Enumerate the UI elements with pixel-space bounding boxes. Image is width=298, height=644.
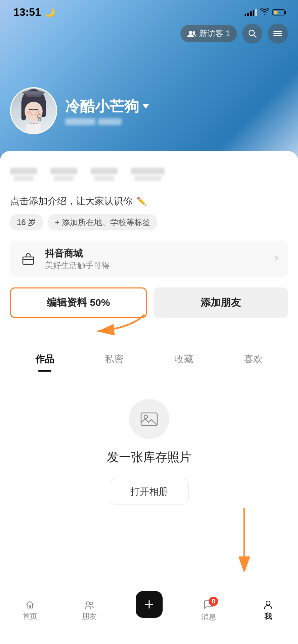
empty-state: 发一张库存照片 打开相册 bbox=[10, 372, 288, 525]
tab-works[interactable]: 作品 bbox=[10, 345, 80, 372]
wifi-icon bbox=[260, 8, 269, 17]
age-tag: 16 岁 bbox=[10, 214, 43, 230]
nav-me[interactable]: 我 bbox=[239, 600, 298, 622]
nav-home-label: 首页 bbox=[23, 611, 37, 622]
svg-point-11 bbox=[23, 91, 45, 95]
bottom-arrow-area bbox=[10, 525, 288, 592]
annotation-arrow bbox=[71, 311, 171, 338]
tab-private[interactable]: 私密 bbox=[80, 345, 149, 372]
svg-point-2 bbox=[249, 30, 254, 36]
visitor-label: 新访客 1 bbox=[199, 28, 230, 39]
user-id-blur bbox=[65, 118, 95, 125]
nav-add[interactable]: + bbox=[119, 591, 179, 631]
gallery-icon bbox=[140, 410, 159, 428]
avatar[interactable] bbox=[10, 87, 57, 134]
bottom-nav: 首页 朋友 + 8 消息 我 bbox=[0, 584, 298, 644]
svg-rect-24 bbox=[141, 413, 157, 426]
bio-row: 点击添加介绍，让大家认识你 ✏️ bbox=[10, 195, 288, 208]
username: 冷酷小芒狗 bbox=[65, 97, 149, 116]
profile-header: 新访客 1 bbox=[0, 0, 298, 161]
svg-point-25 bbox=[144, 415, 147, 419]
svg-line-3 bbox=[254, 35, 256, 38]
stat-likes bbox=[91, 168, 118, 181]
signal-icon bbox=[245, 9, 257, 16]
svg-rect-21 bbox=[23, 257, 34, 264]
visitor-button[interactable]: 新访客 1 bbox=[180, 25, 237, 42]
nav-home[interactable]: 首页 bbox=[0, 600, 59, 622]
nav-messages[interactable]: 8 消息 bbox=[179, 599, 238, 622]
moon-icon: 🌙 bbox=[44, 7, 55, 17]
svg-point-14 bbox=[36, 111, 41, 114]
svg-point-28 bbox=[86, 602, 90, 605]
svg-point-13 bbox=[27, 111, 32, 114]
tags-row: 16 岁 + 添加所在地、学校等标签 bbox=[10, 214, 288, 230]
messages-badge-wrap: 8 bbox=[204, 599, 213, 610]
svg-point-0 bbox=[189, 31, 192, 34]
svg-rect-18 bbox=[26, 123, 41, 133]
empty-icon-wrap bbox=[129, 399, 169, 439]
stat-followers bbox=[50, 168, 77, 181]
empty-title: 发一张库存照片 bbox=[107, 449, 191, 466]
tab-favorites[interactable]: 收藏 bbox=[149, 345, 219, 372]
top-actions: 新访客 1 bbox=[180, 23, 288, 44]
status-bar: 13:51 🌙 bbox=[0, 0, 298, 22]
user-info-row: 冷酷小芒狗 bbox=[10, 87, 149, 134]
add-tag-button[interactable]: + 添加所在地、学校等标签 bbox=[48, 214, 157, 230]
status-icons bbox=[245, 8, 285, 17]
stats-row bbox=[10, 161, 288, 188]
user-sub-info bbox=[65, 118, 149, 125]
edit-bio-icon[interactable]: ✏️ bbox=[136, 197, 146, 206]
shop-title: 抖音商城 bbox=[45, 247, 110, 260]
shop-text: 抖音商城 美好生活触手可得 bbox=[45, 247, 110, 271]
dropdown-icon[interactable] bbox=[142, 104, 149, 109]
main-card: 点击添加介绍，让大家认识你 ✏️ 16 岁 + 添加所在地、学校等标签 抖音商城… bbox=[0, 151, 298, 644]
open-album-button[interactable]: 打开相册 bbox=[110, 479, 188, 504]
svg-point-32 bbox=[266, 601, 270, 605]
nav-messages-label: 消息 bbox=[201, 612, 216, 622]
nav-friends[interactable]: 朋友 bbox=[59, 600, 119, 622]
nav-me-label: 我 bbox=[264, 611, 272, 622]
tab-likes[interactable]: 喜欢 bbox=[218, 345, 288, 372]
me-icon bbox=[263, 600, 273, 609]
friends-icon bbox=[85, 600, 94, 609]
svg-point-29 bbox=[90, 602, 93, 605]
menu-button[interactable] bbox=[268, 23, 288, 44]
bio-text: 点击添加介绍，让大家认识你 bbox=[10, 195, 132, 208]
add-friend-button[interactable]: 添加朋友 bbox=[154, 287, 288, 318]
svg-point-1 bbox=[193, 31, 195, 34]
search-button[interactable] bbox=[242, 23, 262, 44]
stat-extra bbox=[131, 168, 165, 181]
nav-friends-label: 朋友 bbox=[82, 611, 97, 622]
user-stat-blur bbox=[98, 118, 122, 125]
home-icon bbox=[25, 600, 35, 609]
shop-icon bbox=[18, 249, 38, 269]
status-time: 13:51 bbox=[13, 6, 41, 18]
stat-following bbox=[10, 168, 37, 181]
battery-icon bbox=[272, 9, 285, 15]
tabs-row: 作品 私密 收藏 喜欢 bbox=[10, 345, 288, 372]
shop-banner[interactable]: 抖音商城 美好生活触手可得 bbox=[10, 240, 288, 277]
plus-icon bbox=[143, 598, 155, 610]
messages-badge: 8 bbox=[209, 597, 218, 606]
annotation-arrow-down bbox=[227, 504, 261, 572]
shop-arrow-icon bbox=[273, 255, 280, 263]
add-button[interactable] bbox=[136, 591, 163, 618]
user-name-area: 冷酷小芒狗 bbox=[65, 97, 149, 125]
shop-subtitle: 美好生活触手可得 bbox=[45, 260, 110, 271]
